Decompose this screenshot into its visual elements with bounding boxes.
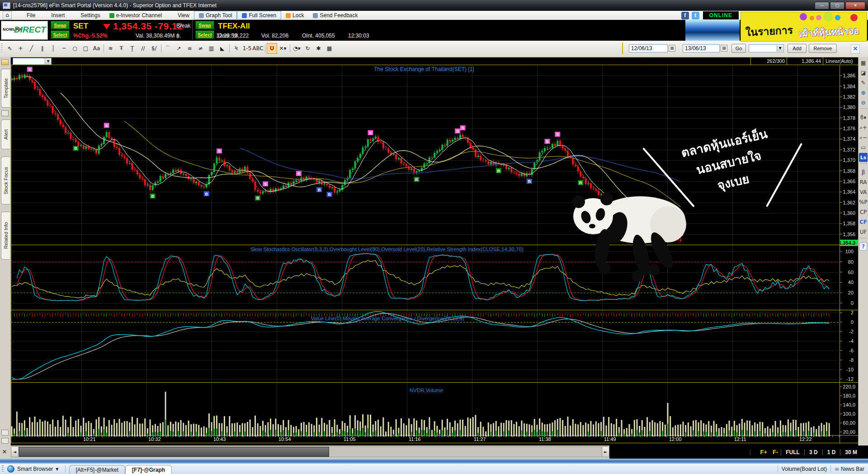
period-button[interactable]: 1 D <box>822 449 840 455</box>
menu-full-screen[interactable]: Full Screen <box>237 11 281 20</box>
facebook-icon[interactable]: f <box>681 12 689 19</box>
edit-chart-button[interactable]: ✎ <box>859 78 868 87</box>
separator[interactable] <box>288 43 291 53</box>
period-button[interactable]: 30 M <box>840 449 862 455</box>
new-layout-icon[interactable] <box>1 438 9 444</box>
separator[interactable] <box>102 43 105 53</box>
speed-lines-tool[interactable]: ∕∕ <box>138 43 148 54</box>
calendar-icon[interactable]: ▦ <box>669 45 675 52</box>
twitter-icon[interactable]: t <box>692 12 699 19</box>
parallel-lines-tool[interactable]: ∥ <box>37 43 47 54</box>
support-label-tool[interactable]: Ţ <box>127 43 137 54</box>
menu-view[interactable]: View <box>166 11 194 19</box>
tfex-swap-link[interactable]: Swap <box>195 21 214 29</box>
news-bar-label[interactable]: News Bar <box>841 466 864 472</box>
set-swap-link[interactable]: Swap <box>51 21 70 29</box>
volume-mode-label[interactable]: Volume(Board Lot) <box>782 466 827 472</box>
remove-button[interactable]: Remove <box>809 44 837 53</box>
price-note-tool[interactable]: $/ <box>149 43 159 54</box>
abc-wave-tool[interactable]: ABC <box>253 43 263 54</box>
magnet-tool[interactable]: U <box>267 43 277 54</box>
home-button[interactable]: ⌂ <box>3 11 12 19</box>
refresh-tool[interactable]: ↻ <box>302 43 313 54</box>
tfex-select-link[interactable]: Select <box>195 30 214 39</box>
trend-line-tool[interactable]: ╱ <box>26 43 37 54</box>
menu-graph-tool[interactable]: Graph Tool <box>194 11 237 20</box>
scroll-left-button[interactable]: ◄ <box>11 446 19 457</box>
remove-bars-button[interactable]: ⊖ <box>859 98 868 107</box>
period-button[interactable]: FULL <box>781 449 804 455</box>
data-table-button[interactable]: ▦ <box>859 58 868 67</box>
full-chart-button[interactable]: ▭ <box>859 143 868 152</box>
zoom-in-button[interactable]: ⌕+ <box>859 123 868 132</box>
separator[interactable] <box>860 238 867 241</box>
fibonacci-retracement-tool[interactable]: ≡ <box>184 43 195 54</box>
scroll-right-button[interactable]: ► <box>602 446 609 457</box>
delete-tool[interactable]: ✕▾ <box>278 43 288 54</box>
price-volume-chart[interactable] <box>11 57 858 444</box>
separator[interactable] <box>228 43 231 53</box>
palette-tool[interactable]: ✱ <box>313 43 324 54</box>
toolbar-grip[interactable] <box>1 43 3 54</box>
add-button[interactable]: Add <box>788 44 807 53</box>
tab-market[interactable]: [Alt+F5]-@Market <box>69 465 126 474</box>
menu-lock[interactable]: Lock <box>281 11 308 19</box>
menu-send-feedback[interactable]: Send Feedback <box>308 11 362 19</box>
close-button[interactable]: ✕ <box>845 2 865 9</box>
resistance-label-tool[interactable]: Ŧ <box>116 43 127 54</box>
menu-settings[interactable]: Settings <box>69 11 104 19</box>
uf-button[interactable]: UF <box>859 228 868 237</box>
periodicity-tool[interactable]: ◔▾ <box>292 43 302 54</box>
chevron-down-icon[interactable]: ▼ <box>45 58 51 64</box>
horizontal-line-tool[interactable]: ─ <box>59 43 69 54</box>
fibonacci-fan-tool[interactable]: ◣ <box>217 43 227 54</box>
tab-alert[interactable]: Alert <box>1 119 10 149</box>
new-chart-button[interactable]: ◪ <box>859 68 868 77</box>
ra-button[interactable]: RA <box>859 178 868 187</box>
symbol-combobox[interactable]: ▼ <box>749 44 784 52</box>
separator[interactable] <box>160 43 162 53</box>
cp-button[interactable]: CP <box>859 208 868 217</box>
date-from-input[interactable]: 12/06/13 <box>629 44 668 52</box>
alert-icon[interactable] <box>1 110 9 116</box>
add-bars-button[interactable]: ⊕ <box>859 88 868 97</box>
rectangle-tool[interactable]: □ <box>80 43 91 54</box>
ellipse-tool[interactable]: ○ <box>70 43 80 54</box>
set-select-link[interactable]: Select <box>51 30 70 39</box>
close-panel-icon[interactable]: ✕ <box>2 449 7 455</box>
scrollbar-thumb[interactable] <box>19 447 329 457</box>
elliott-wave-tool[interactable]: 1-5 <box>242 43 252 54</box>
tab-stock-focus[interactable]: Stock Focus <box>1 156 10 204</box>
pointer-tool[interactable]: ⇖ <box>5 43 15 54</box>
trend-arrow-tool[interactable]: ↗ <box>174 43 184 54</box>
va-button[interactable]: VA <box>859 188 868 197</box>
chevron-down-icon[interactable]: ▼ <box>777 45 783 52</box>
chart-style-tool[interactable]: ▦ <box>324 43 335 54</box>
arc-tool[interactable]: ⌒ <box>163 43 173 54</box>
save-layout-icon[interactable] <box>1 430 9 436</box>
period-button[interactable]: F+ <box>757 449 770 455</box>
fibonacci-time-zones-tool[interactable]: ▥ <box>206 43 217 54</box>
minimize-button[interactable]: — <box>815 2 829 9</box>
folder-icon[interactable] <box>1 59 9 65</box>
cf-button[interactable]: CF <box>859 218 868 227</box>
period-button[interactable]: F- <box>770 449 781 455</box>
separator[interactable] <box>860 163 867 166</box>
menu-file[interactable]: File <box>15 11 40 19</box>
separator[interactable] <box>264 43 266 53</box>
separator[interactable] <box>860 109 867 112</box>
chevron-down-icon[interactable]: ▼ <box>56 467 58 471</box>
date-to-input[interactable]: 13/06/13 <box>683 44 720 52</box>
tab-related-info[interactable]: Related Info <box>1 212 10 260</box>
vertical-line-tool[interactable]: │ <box>48 43 58 54</box>
last-sale-button[interactable]: Ls <box>859 153 868 162</box>
text-tool[interactable]: Aa <box>91 43 102 54</box>
horizontal-scrollbar[interactable] <box>19 446 602 457</box>
buy-sell-marker-button[interactable]: ϐ▾ <box>859 113 868 122</box>
crosshair-tool[interactable]: + <box>15 43 26 54</box>
toolbar-close-icon[interactable]: ✕ <box>851 44 860 53</box>
tab-template[interactable]: Template <box>1 69 10 108</box>
smart-browser-label[interactable]: Smart Browser <box>17 466 53 472</box>
fibonacci-extension-tool[interactable]: ≠ <box>195 43 206 54</box>
beta-button[interactable]: β <box>859 168 868 177</box>
